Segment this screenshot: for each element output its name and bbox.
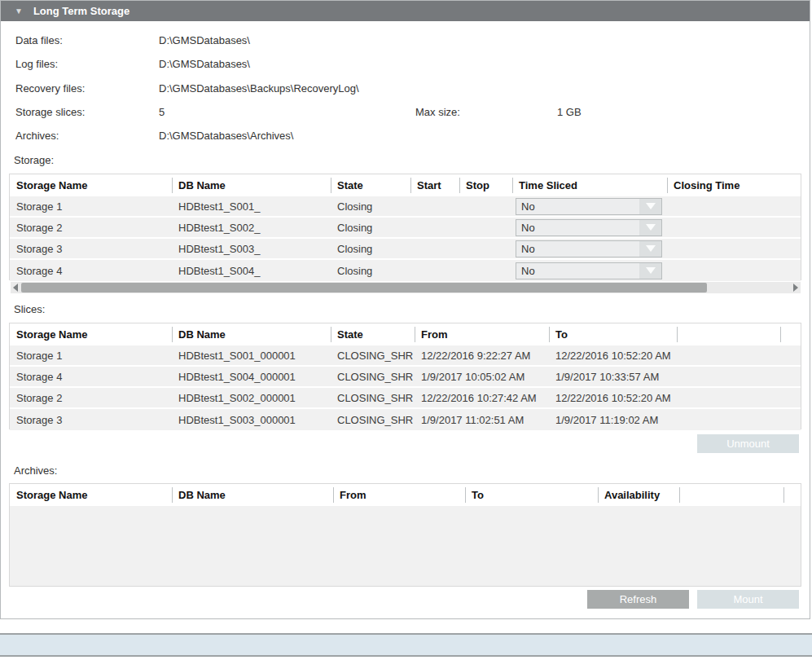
column-header-stop: Stop bbox=[459, 174, 512, 196]
cell-time-sliced: No bbox=[512, 239, 667, 258]
mount-button[interactable]: Mount bbox=[697, 590, 799, 609]
dropdown-button[interactable] bbox=[639, 199, 661, 214]
dropdown-button[interactable] bbox=[639, 241, 661, 257]
storage-table-row[interactable]: Storage 3 HDBtest1_S003_ Closing No bbox=[10, 239, 801, 260]
slices-table-row[interactable]: Storage 1 HDBtest1_S001_000001 CLOSING_S… bbox=[10, 345, 801, 367]
cell-storage-name: Storage 2 bbox=[10, 388, 172, 407]
cell-stop bbox=[459, 196, 512, 216]
storage-table-row[interactable]: Storage 1 HDBtest1_S001_ Closing No bbox=[10, 196, 801, 218]
cell-stop bbox=[459, 218, 512, 237]
cell-db-name: HDBtest1_S004_ bbox=[172, 260, 331, 281]
column-header-availability: Availability bbox=[598, 484, 679, 506]
panel-header[interactable]: ▼ Long Term Storage bbox=[1, 1, 810, 21]
storage-table-header: Storage Name DB Name State Start Stop Ti… bbox=[10, 174, 801, 196]
storage-slices-label: Storage slices: bbox=[15, 105, 85, 120]
slices-table-row[interactable]: Storage 4 HDBtest1_S004_000001 CLOSING_S… bbox=[10, 367, 801, 388]
dropdown-button[interactable] bbox=[639, 263, 661, 279]
storage-horizontal-scrollbar[interactable] bbox=[11, 282, 801, 293]
cell-trailing bbox=[781, 388, 801, 407]
cell-stop bbox=[459, 239, 512, 258]
archives-table-header: Storage Name DB Name From To Availabilit… bbox=[10, 484, 801, 506]
column-header-to: To bbox=[465, 484, 598, 506]
storage-table-row[interactable]: Storage 2 HDBtest1_S002_ Closing No bbox=[10, 218, 801, 239]
cell-closing-time bbox=[667, 218, 801, 237]
cell-to: 12/22/2016 10:52:20 AM bbox=[549, 345, 677, 365]
column-header-start: Start bbox=[410, 174, 459, 196]
cell-start bbox=[410, 196, 459, 216]
cell-closing-time bbox=[667, 239, 801, 258]
cell-db-name: HDBtest1_S004_000001 bbox=[172, 367, 331, 386]
slices-table: Storage Name DB Name State From To Stora… bbox=[9, 323, 801, 429]
column-header-time-sliced: Time Sliced bbox=[512, 174, 667, 196]
slices-table-row[interactable]: Storage 3 HDBtest1_S003_000001 CLOSING_S… bbox=[10, 409, 801, 430]
refresh-button[interactable]: Refresh bbox=[587, 590, 689, 609]
time-sliced-dropdown[interactable]: No bbox=[516, 198, 662, 215]
column-header-storage-name: Storage Name bbox=[10, 484, 172, 506]
cell-storage-name: Storage 3 bbox=[10, 409, 172, 430]
time-sliced-dropdown[interactable]: No bbox=[516, 240, 662, 257]
cell-db-name: HDBtest1_S003_ bbox=[172, 239, 331, 258]
cell-time-sliced: No bbox=[512, 260, 667, 281]
cell-trailing bbox=[781, 409, 801, 430]
archives-path-value: D:\GMSDatabases\Archives\ bbox=[159, 129, 293, 143]
cell-storage-name: Storage 1 bbox=[10, 345, 172, 365]
cell-db-name: HDBtest1_S001_000001 bbox=[172, 345, 331, 365]
cell-closing-time bbox=[667, 196, 801, 216]
scroll-right-arrow-icon[interactable] bbox=[793, 284, 798, 292]
cell-state: Closing bbox=[331, 260, 410, 281]
scrollbar-thumb[interactable] bbox=[21, 283, 707, 293]
cell-state: CLOSING_SHR bbox=[331, 388, 415, 407]
recovery-files-value: D:\GMSDatabases\Backups\RecoveryLog\ bbox=[159, 81, 359, 96]
chevron-down-icon bbox=[646, 203, 656, 209]
log-files-value: D:\GMSDatabases\ bbox=[159, 57, 250, 72]
storage-slices-value: 5 bbox=[159, 105, 165, 120]
slices-table-row[interactable]: Storage 2 HDBtest1_S002_000001 CLOSING_S… bbox=[10, 388, 801, 409]
cell-storage-name: Storage 4 bbox=[10, 260, 172, 281]
long-term-storage-panel: ▼ Long Term Storage Data files: D:\GMSDa… bbox=[0, 0, 810, 619]
storage-section-label: Storage: bbox=[14, 154, 54, 166]
archives-table: Storage Name DB Name From To Availabilit… bbox=[9, 483, 801, 587]
slices-table-header: Storage Name DB Name State From To bbox=[10, 323, 801, 345]
cell-start bbox=[410, 218, 459, 237]
storage-table-row[interactable]: Storage 4 HDBtest1_S004_ Closing No bbox=[10, 260, 801, 281]
cell-from: 1/9/2017 10:05:02 AM bbox=[415, 367, 549, 386]
cell-time-sliced: No bbox=[512, 196, 667, 216]
dropdown-value: No bbox=[516, 222, 639, 234]
collapse-triangle-icon[interactable]: ▼ bbox=[15, 7, 23, 15]
column-header-from: From bbox=[415, 323, 549, 345]
unmount-button[interactable]: Unmount bbox=[697, 434, 799, 453]
cell-state: Closing bbox=[331, 218, 410, 237]
bottom-strip bbox=[0, 633, 812, 657]
cell-start bbox=[410, 239, 459, 258]
column-header-storage-name: Storage Name bbox=[10, 323, 172, 345]
cell-empty bbox=[677, 388, 781, 407]
cell-from: 12/22/2016 10:27:42 AM bbox=[415, 388, 549, 407]
archives-section-label: Archives: bbox=[14, 464, 57, 477]
column-header-closing-time: Closing Time bbox=[667, 174, 801, 196]
cell-db-name: HDBtest1_S001_ bbox=[172, 196, 331, 216]
column-header-state: State bbox=[331, 323, 415, 345]
column-header-state: State bbox=[331, 174, 410, 196]
cell-storage-name: Storage 4 bbox=[10, 367, 172, 386]
cell-state: Closing bbox=[331, 196, 410, 216]
data-files-value: D:\GMSDatabases\ bbox=[159, 33, 250, 48]
time-sliced-dropdown[interactable]: No bbox=[516, 262, 662, 279]
column-header-storage-name: Storage Name bbox=[10, 174, 172, 196]
cell-closing-time bbox=[667, 260, 801, 281]
cell-db-name: HDBtest1_S003_000001 bbox=[172, 409, 331, 430]
slices-section-label: Slices: bbox=[14, 303, 45, 315]
cell-trailing bbox=[781, 345, 801, 365]
cell-to: 1/9/2017 11:19:02 AM bbox=[549, 409, 677, 430]
cell-from: 1/9/2017 11:02:51 AM bbox=[415, 409, 549, 430]
cell-start bbox=[410, 260, 459, 281]
archives-path-label: Archives: bbox=[15, 129, 59, 143]
cell-db-name: HDBtest1_S002_ bbox=[172, 218, 331, 237]
chevron-down-icon bbox=[646, 224, 656, 231]
time-sliced-dropdown[interactable]: No bbox=[516, 219, 662, 236]
scroll-left-arrow-icon[interactable] bbox=[13, 284, 18, 292]
column-header-empty bbox=[679, 484, 784, 506]
dropdown-button[interactable] bbox=[639, 220, 661, 235]
archives-table-empty-body bbox=[10, 506, 801, 586]
chevron-down-icon bbox=[646, 267, 656, 274]
dropdown-value: No bbox=[516, 243, 639, 255]
